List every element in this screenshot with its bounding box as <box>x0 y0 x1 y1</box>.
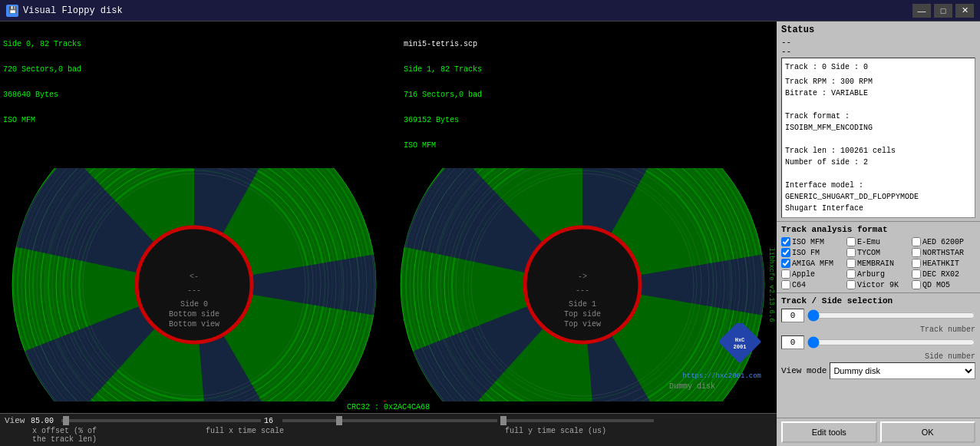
disk-svg-right: -> --- Side 1 Top side Top view <box>398 168 767 401</box>
maximize-button[interactable]: □ <box>934 4 952 18</box>
checkbox-item-aed-6200p[interactable]: AED 6200P <box>912 237 975 246</box>
checkbox-membrain[interactable] <box>846 259 856 268</box>
checkbox-item-e-emu[interactable]: E-Emu <box>846 237 910 246</box>
close-button[interactable]: ✕ <box>955 4 974 18</box>
x-offset-slider[interactable] <box>61 419 261 422</box>
ok-button[interactable]: OK <box>880 421 976 443</box>
x-offset-thumb[interactable] <box>63 416 69 425</box>
y-scale-thumb[interactable] <box>500 416 506 425</box>
window-controls: — □ ✕ <box>912 4 974 18</box>
svg-text:Bottom side: Bottom side <box>169 310 219 319</box>
checkbox-item-victor-9k[interactable]: Victor 9K <box>846 280 910 289</box>
main-content: Side 0, 82 Tracks 720 Sectors,0 bad 3686… <box>0 21 980 446</box>
svg-text:---: --- <box>187 286 201 295</box>
view-mode-label: View mode <box>781 366 827 375</box>
checkbox-label-victor-9k: Victor 9K <box>857 281 899 289</box>
left-header-line2: 720 Sectors,0 bad <box>3 65 388 74</box>
status-section: Status -- -- Track : 0 Side : 0 Track RP… <box>777 21 980 222</box>
checkbox-item-membrain[interactable]: MEMBRAIN <box>846 259 910 268</box>
checkbox-item-dec-rx02[interactable]: DEC RX02 <box>912 269 975 279</box>
checkbox-apple[interactable] <box>781 269 790 279</box>
x-scale-label: full x time scale <box>206 427 413 444</box>
disks-container: <- --- Side 0 Bottom side Bottom view <box>0 168 777 401</box>
svg-text:Side 1: Side 1 <box>569 300 596 309</box>
checkbox-label-arburg: Arburg <box>857 270 885 279</box>
checkbox-iso-mfm[interactable] <box>781 237 790 246</box>
disk-side-1[interactable]: -> --- Side 1 Top side Top view libhxcfe… <box>388 168 777 401</box>
track-number-box: 0 <box>781 309 804 322</box>
checkbox-label-dec-rx02: DEC RX02 <box>922 270 959 279</box>
checkbox-label-iso-mfm: ISO MFM <box>792 238 824 246</box>
side-number-label: Side number <box>781 352 975 361</box>
y-scale-label: full y time scale (us) <box>505 427 606 444</box>
checkbox-c64[interactable] <box>781 280 790 289</box>
checkbox-heathkit[interactable] <box>912 259 921 268</box>
svg-text:Bottom view: Bottom view <box>169 320 219 329</box>
checkbox-item-iso-mfm[interactable]: ISO MFM <box>781 237 845 246</box>
checkbox-label-tycom: TYCOM <box>857 249 880 257</box>
checkbox-victor-9k[interactable] <box>846 280 856 289</box>
track-number-row: 0 <box>781 309 975 322</box>
window-title: Visual Floppy disk <box>23 5 912 16</box>
right-header-line2: 716 Sectors,0 bad <box>404 91 774 99</box>
app-icon: 💾 <box>6 5 18 17</box>
svg-text:---: --- <box>576 286 589 295</box>
title-bar: 💾 Visual Floppy disk — □ ✕ <box>0 0 980 21</box>
checkbox-item-northstar[interactable]: NORTHSTAR <box>912 248 975 257</box>
checkbox-e-emu[interactable] <box>846 237 856 246</box>
checkbox-iso-fm[interactable] <box>781 248 790 257</box>
y-scale-slider[interactable] <box>500 419 654 422</box>
bottom-labels: x offset (% of the track len) full x tim… <box>5 427 772 444</box>
version-label: libhxcfe v2.13.6.6 <box>767 247 775 322</box>
left-header-line1: Side 0, 82 Tracks <box>3 40 388 48</box>
checkbox-label-amiga-mfm: AMIGA MFM <box>792 259 833 268</box>
checkbox-label-e-emu: E-Emu <box>857 238 880 246</box>
right-panel: Status -- -- Track : 0 Side : 0 Track RP… <box>777 21 980 446</box>
view-row: View 85.00 16 <box>5 416 772 425</box>
disk-area: Side 0, 82 Tracks 720 Sectors,0 bad 3686… <box>0 21 777 446</box>
x-scale-slider[interactable] <box>282 419 497 422</box>
checkbox-qd-mo5[interactable] <box>912 280 921 289</box>
side-number-box: 0 <box>781 335 804 349</box>
x-scale-val: 16 <box>264 417 279 425</box>
status-title: Status <box>781 25 975 35</box>
checkbox-item-amiga-mfm[interactable]: AMIGA MFM <box>781 259 845 268</box>
right-filename: mini5-tetris.scp <box>404 40 774 48</box>
disk-info-bar: Side 0, 82 Tracks 720 Sectors,0 bad 3686… <box>0 21 777 168</box>
checkbox-dec-rx02[interactable] <box>912 269 921 279</box>
side-number-slider[interactable] <box>807 337 975 348</box>
view-mode-row: View mode Dummy diskTrack viewSector vie… <box>781 362 975 379</box>
right-header-line3: 369152 Bytes <box>404 116 774 124</box>
checkbox-tycom[interactable] <box>846 248 856 257</box>
svg-text:<-: <- <box>190 273 199 281</box>
svg-text:2001: 2001 <box>734 344 747 350</box>
track-side-section: Track / Side selection 0 Track number 0 … <box>777 293 980 418</box>
disk-svg-left: <- --- Side 0 Bottom side Bottom view <box>10 168 378 401</box>
dummy-disk-label: Dummy disk <box>669 382 715 391</box>
svg-text:->: -> <box>578 273 587 281</box>
checkbox-aed-6200p[interactable] <box>912 237 921 246</box>
view-mode-select[interactable]: Dummy diskTrack viewSector view <box>830 362 975 379</box>
checkbox-item-iso-fm[interactable]: ISO FM <box>781 248 845 257</box>
checkbox-item-c64[interactable]: C64 <box>781 280 845 289</box>
checkbox-item-qd-mo5[interactable]: QD MO5 <box>912 280 975 289</box>
minimize-button[interactable]: — <box>912 4 931 18</box>
disk-side-0[interactable]: <- --- Side 0 Bottom side Bottom view <box>0 168 388 401</box>
checkbox-arburg[interactable] <box>846 269 856 279</box>
checkbox-label-aed-6200p: AED 6200P <box>922 238 964 246</box>
view-label: View <box>5 416 28 425</box>
bottom-buttons: Edit tools OK <box>777 418 980 446</box>
track-number-slider[interactable] <box>807 310 975 321</box>
x-offset-val: 85.00 <box>31 417 58 425</box>
checkbox-item-heathkit[interactable]: HEATHKIT <box>912 259 975 268</box>
checkbox-item-arburg[interactable]: Arburg <box>846 269 910 279</box>
svg-text:Side 0: Side 0 <box>180 300 208 309</box>
checkbox-label-qd-mo5: QD MO5 <box>922 281 950 289</box>
x-scale-thumb[interactable] <box>336 416 342 425</box>
left-header-line4: ISO MFM <box>3 116 388 124</box>
checkbox-item-tycom[interactable]: TYCOM <box>846 248 910 257</box>
checkbox-northstar[interactable] <box>912 248 921 257</box>
checkbox-amiga-mfm[interactable] <box>781 259 790 268</box>
edit-tools-button[interactable]: Edit tools <box>781 421 877 443</box>
checkbox-item-apple[interactable]: Apple <box>781 269 845 279</box>
